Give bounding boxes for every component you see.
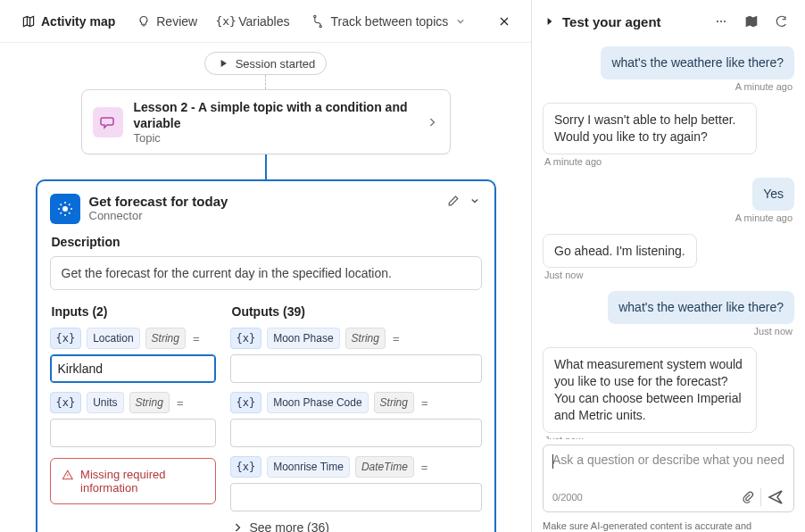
ai-disclaimer: Make sure AI-generated content is accura… (532, 518, 805, 532)
top-toolbar: Activity map Review {x} Variables Track … (0, 0, 531, 43)
timestamp: A minute ago (735, 212, 793, 223)
connector-subtitle: Connector (89, 209, 437, 222)
user-message: what's the weather like there? (608, 291, 794, 324)
lightbulb-icon (137, 14, 151, 29)
variable-icon: {x} (230, 456, 262, 478)
param-type: DateTime (355, 456, 414, 478)
input-param-units: {x} Units String = (50, 392, 216, 447)
equals-icon: = (391, 332, 402, 345)
see-more-button[interactable]: See more (36) (230, 520, 482, 532)
units-input[interactable] (50, 419, 216, 447)
description-label: Description (52, 235, 480, 249)
timestamp: A minute ago (544, 156, 602, 167)
connector-title: Get forecast for today (89, 194, 437, 209)
braces-icon: {x} (219, 14, 233, 29)
bot-message: Go ahead. I'm listening. (543, 234, 697, 269)
param-name: Moonrise Time (267, 456, 350, 478)
variable-icon: {x} (50, 328, 82, 349)
chevron-down-icon (453, 14, 468, 29)
param-name: Moon Phase (267, 328, 339, 349)
side-header: Test your agent (532, 0, 805, 43)
svg-point-0 (314, 15, 316, 17)
more-button[interactable] (709, 9, 734, 34)
timestamp: Just now (544, 270, 583, 280)
svg-point-3 (717, 21, 718, 22)
chevron-down-icon[interactable] (468, 194, 482, 208)
timestamp: Just now (754, 326, 793, 337)
topic-icon-container (93, 107, 123, 137)
chat-input-box[interactable]: Ask a question or describe what you need… (543, 445, 794, 512)
tab-label: Track between topics (330, 14, 448, 29)
svg-point-1 (320, 25, 321, 27)
close-button[interactable] (490, 7, 519, 36)
tab-activity-map[interactable]: Activity map (12, 9, 124, 34)
bot-message: Sorry I wasn't able to help better. Woul… (543, 103, 757, 154)
close-icon (497, 14, 511, 29)
tab-label: Activity map (41, 14, 115, 29)
caret-right-icon[interactable] (543, 14, 557, 29)
attach-icon[interactable] (741, 490, 755, 504)
description-box: Get the forecast for the current day in … (50, 256, 482, 290)
location-input[interactable]: Kirkland (50, 354, 216, 383)
topic-subtitle: Topic (134, 131, 414, 145)
panel-title: Test your agent (562, 14, 661, 29)
canvas[interactable]: Session started Lesson 2 - A simple topi… (0, 43, 531, 532)
tab-variables[interactable]: {x} Variables (210, 9, 298, 34)
param-name: Location (87, 328, 139, 349)
output-field[interactable] (230, 419, 482, 447)
map-icon (21, 14, 36, 29)
output-field[interactable] (230, 483, 482, 511)
output-param: {x} Moon Phase Code String = (230, 392, 482, 447)
char-count: 0/2000 (552, 492, 583, 503)
tab-track-between-topics[interactable]: Track between topics (302, 9, 477, 34)
output-param: {x} Moonrise Time DateTime = (230, 456, 482, 511)
chat-icon (99, 113, 117, 131)
equals-icon: = (191, 332, 202, 345)
user-message: what's the weathere like there? (601, 46, 794, 79)
error-text: Missing required information (80, 468, 203, 495)
output-param: {x} Moon Phase String = (230, 328, 482, 383)
user-message: Yes (752, 178, 794, 211)
topic-node[interactable]: Lesson 2 - A simple topic with a conditi… (81, 89, 451, 154)
connector-node: Get forecast for today Connector Descrip… (36, 179, 496, 532)
input-param-location: {x} Location String = Kirkland (50, 328, 216, 383)
param-type: String (374, 392, 414, 413)
send-icon[interactable] (767, 488, 784, 506)
activity-map-panel: Activity map Review {x} Variables Track … (0, 0, 532, 532)
sun-icon (56, 200, 74, 218)
tab-review[interactable]: Review (128, 9, 206, 34)
inputs-column: Inputs (2) {x} Location String = Kirklan… (50, 297, 216, 532)
tab-label: Review (156, 14, 197, 29)
warning-icon (62, 468, 74, 482)
edit-icon[interactable] (446, 194, 461, 208)
topic-title: Lesson 2 - A simple topic with a conditi… (134, 99, 414, 131)
refresh-button[interactable] (769, 9, 794, 34)
chevron-right-icon (425, 115, 439, 129)
svg-point-2 (62, 206, 68, 212)
variable-icon: {x} (50, 392, 82, 413)
param-name: Moon Phase Code (267, 392, 368, 413)
test-agent-panel: Test your agent what's the weathere like… (532, 0, 805, 532)
param-type: String (345, 328, 386, 349)
bot-message: What measurement system would you like t… (543, 347, 757, 433)
outputs-header: Outputs (39) (232, 304, 480, 319)
activity-map-toggle[interactable] (739, 9, 764, 34)
inputs-header: Inputs (2) (52, 304, 214, 319)
param-type: String (129, 392, 170, 413)
chat-message-list[interactable]: what's the weathere like there? A minute… (532, 43, 805, 439)
param-name: Units (87, 392, 123, 413)
timestamp: Just now (544, 435, 583, 439)
chevron-right-icon (230, 520, 245, 532)
output-field[interactable] (230, 354, 482, 383)
track-icon (311, 14, 325, 29)
svg-point-4 (720, 21, 722, 22)
error-box: Missing required information (50, 458, 216, 504)
tab-label: Variables (238, 14, 289, 29)
play-icon (216, 56, 230, 71)
see-more-label: See more (36) (250, 520, 329, 532)
equals-icon: = (419, 461, 430, 474)
param-type: String (145, 328, 186, 349)
variable-icon: {x} (230, 328, 262, 349)
chat-input-placeholder: Ask a question or describe what you need (552, 453, 784, 483)
connector-icon-container (50, 194, 80, 224)
